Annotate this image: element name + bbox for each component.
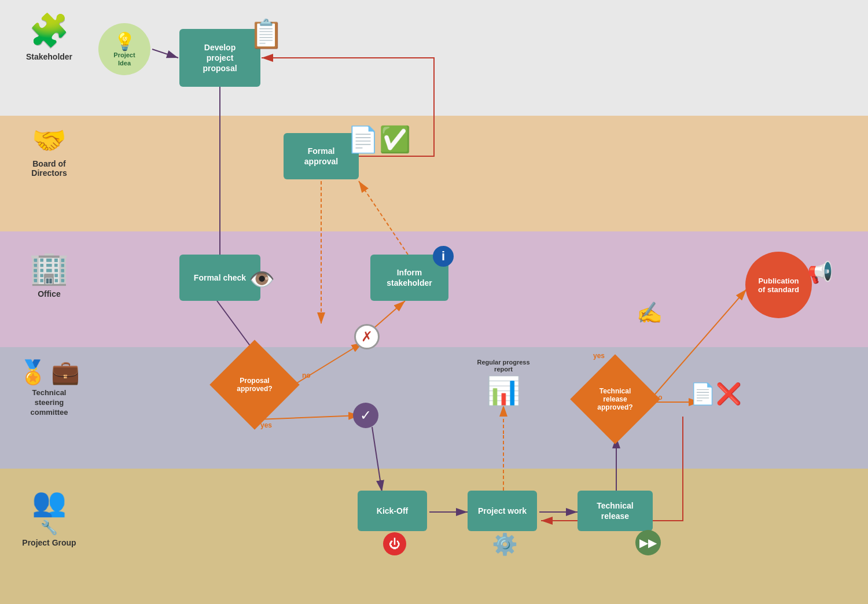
- signing-icon: ✍️: [637, 301, 663, 325]
- office-label: Office: [38, 289, 61, 299]
- yes1-label: yes: [260, 421, 272, 429]
- lane-board: [0, 116, 868, 231]
- cross-circle: ✗: [354, 324, 380, 349]
- megaphone-icon: 📢: [807, 260, 833, 285]
- eye-icon: 👁️: [249, 267, 275, 292]
- gear-icon: ⚙️: [492, 532, 518, 557]
- board-icon: 🤝: [32, 124, 67, 157]
- play-icon: ▶▶: [635, 530, 661, 555]
- stakeholder-label: Stakeholder: [26, 52, 72, 61]
- tsc-briefcase-icon: 💼: [51, 359, 80, 386]
- lane-tsc: [0, 347, 868, 469]
- kickoff-label: Kick-Off: [377, 506, 408, 516]
- lane-pg: [0, 469, 868, 604]
- approval-check-icon: 📄✅: [347, 124, 411, 154]
- publication-label: Publicationof standard: [758, 277, 799, 294]
- office-icon: 🏢: [29, 249, 69, 287]
- project-work-box: Project work: [468, 491, 537, 531]
- technical-release-label: Technicalrelease: [597, 500, 634, 521]
- info-badge: i: [433, 246, 454, 267]
- no1-label: no: [302, 371, 311, 380]
- formal-approval-label: Formalapproval: [304, 146, 338, 167]
- tsc-medal-icon: 🏅: [19, 359, 47, 386]
- pg-wrench-icon: 🔧: [41, 520, 58, 536]
- diagram: 🧩 Stakeholder 💡 ProjectIdea 🤝 Board ofDi…: [0, 0, 868, 604]
- check-circle: ✓: [353, 403, 378, 428]
- stakeholder-label-area: 🧩 Stakeholder: [6, 12, 93, 61]
- develop-doc-icon: 📋: [249, 20, 284, 48]
- develop-proposal-label: Developprojectproposal: [203, 42, 237, 74]
- formal-check-box: Formal check: [179, 255, 260, 301]
- pg-label: Project Group: [22, 538, 76, 547]
- no2-label: no: [654, 393, 663, 402]
- reject-doc-icon: 📄❌: [690, 382, 742, 406]
- progress-report-icon: 📊: [486, 375, 521, 407]
- idea-icon: 💡: [114, 31, 135, 51]
- project-work-label: Project work: [478, 506, 527, 516]
- yes2-label: yes: [593, 352, 605, 360]
- tsc-label: Technicalsteeringcommittee: [30, 388, 68, 418]
- tsc-label-area: 🏅 💼 Technicalsteeringcommittee: [6, 359, 93, 418]
- progress-report-label: Regular progress report: [469, 359, 538, 373]
- develop-proposal-box: Developprojectproposal: [179, 29, 260, 87]
- tech-release-approved-label: Technicalreleaseapproved?: [589, 387, 641, 411]
- pg-label-area: 👥 🔧 Project Group: [6, 486, 93, 547]
- office-label-area: 🏢 Office: [6, 249, 93, 299]
- stakeholder-icon: 🧩: [29, 12, 69, 50]
- progress-report-area: Regular progress report 📊: [469, 359, 538, 407]
- kickoff-box: Kick-Off: [358, 491, 427, 531]
- formal-check-label: Formal check: [194, 272, 246, 283]
- pg-people-icon: 👥: [32, 486, 67, 518]
- board-label: Board ofDirectors: [31, 159, 67, 178]
- inform-stakeholder-label: Informstakeholder: [387, 267, 432, 288]
- proposal-approved-label: Proposalapproved?: [229, 377, 281, 393]
- board-label-area: 🤝 Board ofDirectors: [6, 124, 93, 178]
- idea-label: ProjectIdea: [113, 51, 135, 67]
- publication-circle: Publicationof standard: [745, 252, 812, 318]
- power-icon: ⏻: [383, 532, 406, 555]
- project-idea: 💡 ProjectIdea: [98, 23, 150, 75]
- tsc-icons: 🏅 💼: [19, 359, 80, 386]
- technical-release-box: Technicalrelease: [578, 491, 653, 531]
